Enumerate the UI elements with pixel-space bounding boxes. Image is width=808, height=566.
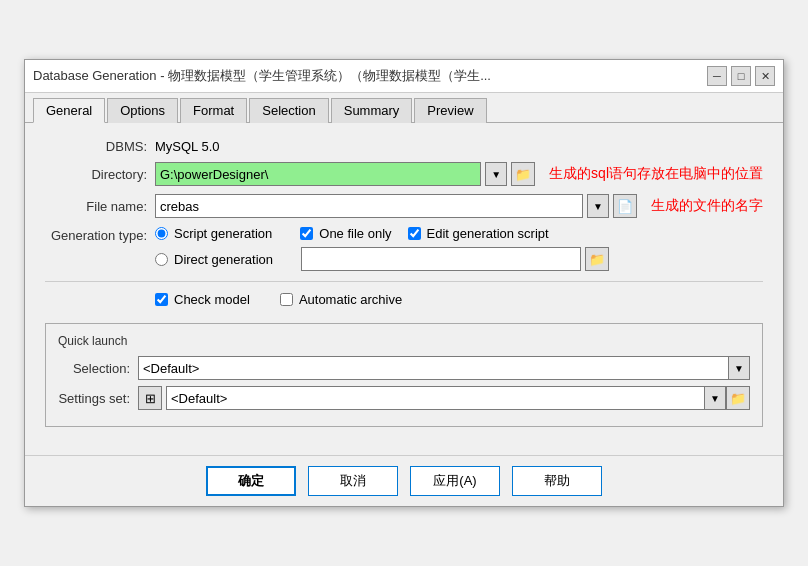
footer-buttons: 确定 取消 应用(A) 帮助 bbox=[25, 455, 783, 506]
settings-set-row: Settings set: ⊞ ▼ 📁 bbox=[58, 386, 750, 410]
settings-icon: ⊞ bbox=[145, 391, 156, 406]
maximize-button[interactable]: □ bbox=[731, 66, 751, 86]
edit-generation-checkbox[interactable] bbox=[408, 227, 421, 240]
title-bar-controls: ─ □ ✕ bbox=[707, 66, 775, 86]
folder-icon: 📁 bbox=[515, 167, 531, 182]
direct-generation-label: Direct generation bbox=[174, 252, 273, 267]
filename-dropdown-btn[interactable]: ▼ bbox=[587, 194, 609, 218]
edit-generation-check-item: Edit generation script bbox=[408, 226, 549, 241]
filename-controls: ▼ 📄 生成的文件的名字 bbox=[155, 194, 763, 218]
selection-input[interactable] bbox=[138, 356, 728, 380]
direct-generation-browse-btn[interactable]: 📁 bbox=[585, 247, 609, 271]
check-model-checkbox[interactable] bbox=[155, 293, 168, 306]
one-file-only-checkbox[interactable] bbox=[300, 227, 313, 240]
filename-label: File name: bbox=[45, 199, 155, 214]
edit-generation-label: Edit generation script bbox=[427, 226, 549, 241]
filename-input[interactable] bbox=[155, 194, 583, 218]
settings-set-label: Settings set: bbox=[58, 391, 138, 406]
settings-set-icon-btn[interactable]: ⊞ bbox=[138, 386, 162, 410]
settings-set-dropdown-wrap: ⊞ ▼ 📁 bbox=[138, 386, 750, 410]
directory-annotation: 生成的sql语句存放在电脑中的位置 bbox=[549, 165, 763, 183]
tab-format[interactable]: Format bbox=[180, 98, 247, 123]
tab-summary[interactable]: Summary bbox=[331, 98, 413, 123]
tab-bar: General Options Format Selection Summary… bbox=[25, 93, 783, 123]
settings-set-browse-btn[interactable]: 📁 bbox=[726, 386, 750, 410]
generation-type-controls: Script generation One file only Edit gen… bbox=[155, 226, 609, 271]
directory-label: Directory: bbox=[45, 167, 155, 182]
tab-content: DBMS: MySQL 5.0 Directory: ▼ 📁 生成的sql语句存… bbox=[25, 123, 783, 455]
settings-set-input[interactable] bbox=[166, 386, 704, 410]
script-generation-label: Script generation bbox=[174, 226, 272, 241]
tab-general[interactable]: General bbox=[33, 98, 105, 123]
settings-set-dropdown-btn[interactable]: ▼ bbox=[704, 386, 726, 410]
automatic-archive-checkbox[interactable] bbox=[280, 293, 293, 306]
check-model-label: Check model bbox=[174, 292, 250, 307]
divider-1 bbox=[45, 281, 763, 282]
confirm-button[interactable]: 确定 bbox=[206, 466, 296, 496]
apply-button[interactable]: 应用(A) bbox=[410, 466, 500, 496]
dbms-row: DBMS: MySQL 5.0 bbox=[45, 139, 763, 154]
directory-input[interactable] bbox=[155, 162, 481, 186]
selection-label: Selection: bbox=[58, 361, 138, 376]
filename-annotation: 生成的文件的名字 bbox=[651, 197, 763, 215]
selection-dropdown-wrap: ▼ bbox=[138, 356, 750, 380]
minimize-button[interactable]: ─ bbox=[707, 66, 727, 86]
one-file-only-label: One file only bbox=[319, 226, 391, 241]
selection-row: Selection: ▼ bbox=[58, 356, 750, 380]
selection-dropdown-btn[interactable]: ▼ bbox=[728, 356, 750, 380]
help-button[interactable]: 帮助 bbox=[512, 466, 602, 496]
title-bar: Database Generation - 物理数据模型（学生管理系统）（物理数… bbox=[25, 60, 783, 93]
automatic-archive-item: Automatic archive bbox=[280, 292, 402, 307]
tab-options[interactable]: Options bbox=[107, 98, 178, 123]
filename-browse-btn[interactable]: 📄 bbox=[613, 194, 637, 218]
close-button[interactable]: ✕ bbox=[755, 66, 775, 86]
direct-generation-radio[interactable] bbox=[155, 253, 168, 266]
cancel-button[interactable]: 取消 bbox=[308, 466, 398, 496]
generation-type-label: Generation type: bbox=[45, 226, 155, 243]
window-title: Database Generation - 物理数据模型（学生管理系统）（物理数… bbox=[33, 67, 491, 85]
tab-selection[interactable]: Selection bbox=[249, 98, 328, 123]
automatic-archive-label: Automatic archive bbox=[299, 292, 402, 307]
tab-preview[interactable]: Preview bbox=[414, 98, 486, 123]
dbms-label: DBMS: bbox=[45, 139, 155, 154]
script-generation-option: Script generation bbox=[155, 226, 272, 241]
settings-folder-icon: 📁 bbox=[730, 391, 746, 406]
direct-folder-icon: 📁 bbox=[589, 252, 605, 267]
directory-browse-btn[interactable]: 📁 bbox=[511, 162, 535, 186]
filename-row: File name: ▼ 📄 生成的文件的名字 bbox=[45, 194, 763, 218]
file-icon: 📄 bbox=[617, 199, 633, 214]
script-generation-radio[interactable] bbox=[155, 227, 168, 240]
one-file-only-check-item: One file only bbox=[300, 226, 391, 241]
generation-type-row: Generation type: Script generation One f… bbox=[45, 226, 763, 271]
quick-launch-title: Quick launch bbox=[58, 334, 750, 348]
dbms-value: MySQL 5.0 bbox=[155, 139, 220, 154]
directory-dropdown-btn[interactable]: ▼ bbox=[485, 162, 507, 186]
direct-generation-option: Direct generation bbox=[155, 252, 273, 267]
options-row: Check model Automatic archive bbox=[155, 292, 763, 307]
main-window: Database Generation - 物理数据模型（学生管理系统）（物理数… bbox=[24, 59, 784, 507]
directory-row: Directory: ▼ 📁 生成的sql语句存放在电脑中的位置 bbox=[45, 162, 763, 186]
directory-controls: ▼ 📁 生成的sql语句存放在电脑中的位置 bbox=[155, 162, 763, 186]
quick-launch-box: Quick launch Selection: ▼ Settings set: … bbox=[45, 323, 763, 427]
direct-generation-input[interactable] bbox=[301, 247, 581, 271]
check-model-item: Check model bbox=[155, 292, 250, 307]
